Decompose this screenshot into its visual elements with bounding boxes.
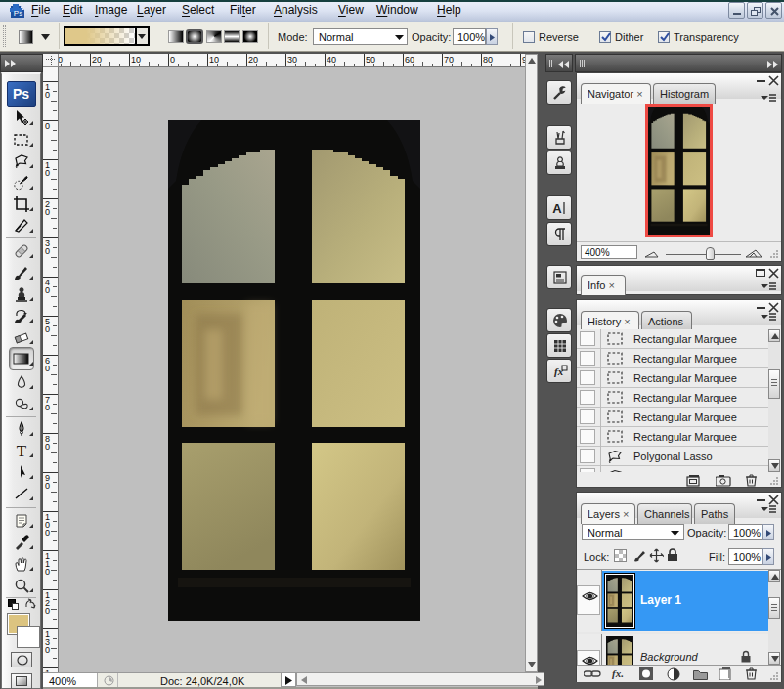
svg-text:Ps: Ps <box>14 9 22 18</box>
svg-text:T: T <box>17 442 27 459</box>
svg-text:A: A <box>552 201 562 216</box>
